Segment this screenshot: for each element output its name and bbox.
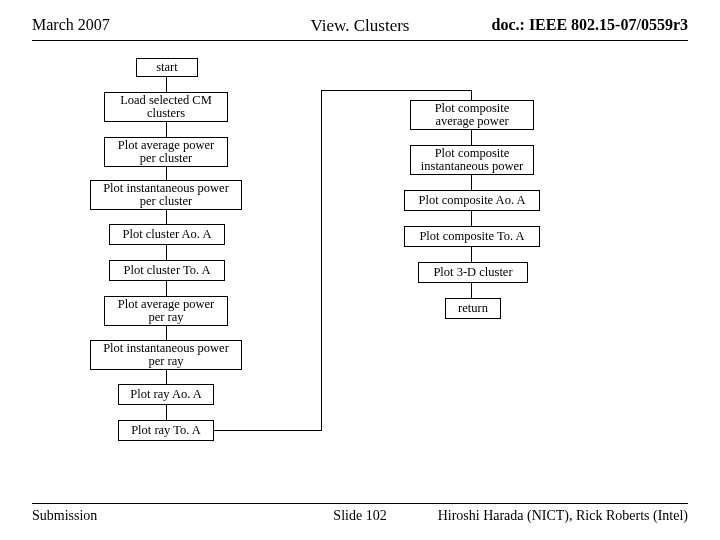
edge-right-into-compavg xyxy=(471,90,472,100)
node-start: start xyxy=(136,58,198,77)
footer-rule xyxy=(32,503,688,504)
node-inst-power-ray: Plot instantaneous power per ray xyxy=(90,340,242,370)
edge-right-to-compavg xyxy=(321,90,472,91)
footer-right: Hiroshi Harada (NICT), Rick Roberts (Int… xyxy=(438,508,688,524)
node-cluster-toa: Plot cluster To. A xyxy=(109,260,225,281)
edge-right-riser xyxy=(321,90,322,431)
node-return: return xyxy=(445,298,501,319)
node-cluster-aoa: Plot cluster Ao. A xyxy=(109,224,225,245)
node-inst-power-cluster: Plot instantaneous power per cluster xyxy=(90,180,242,210)
node-plot-3d: Plot 3-D cluster xyxy=(418,262,528,283)
node-avg-power-cluster: Plot average power per cluster xyxy=(104,137,228,167)
header-rule xyxy=(32,40,688,41)
node-comp-avg: Plot composite average power xyxy=(410,100,534,130)
node-load-clusters: Load selected CM clusters xyxy=(104,92,228,122)
node-comp-toa: Plot composite To. A xyxy=(404,226,540,247)
node-ray-toa: Plot ray To. A xyxy=(118,420,214,441)
node-avg-power-ray: Plot average power per ray xyxy=(104,296,228,326)
node-comp-aoa: Plot composite Ao. A xyxy=(404,190,540,211)
node-comp-inst: Plot composite instantaneous power xyxy=(410,145,534,175)
node-ray-aoa: Plot ray Ao. A xyxy=(118,384,214,405)
header-doc: doc.: IEEE 802.15-07/0559r3 xyxy=(492,16,688,34)
edge-left-tail-right xyxy=(214,430,322,431)
slide-page: March 2007 View. Clusters doc.: IEEE 802… xyxy=(0,0,720,540)
